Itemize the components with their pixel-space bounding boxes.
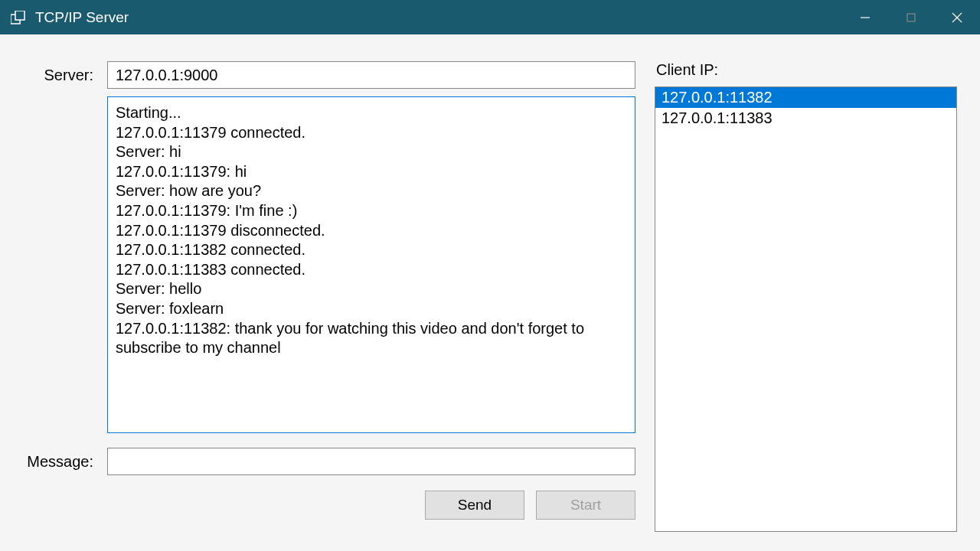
button-row: Send Start — [107, 491, 635, 520]
maximize-icon — [906, 12, 916, 23]
message-input[interactable] — [107, 448, 635, 475]
content-area: Server: Message: Send Start Client IP: 1… — [0, 34, 980, 551]
titlebar: TCP/IP Server — [0, 0, 980, 34]
right-panel: Client IP: 127.0.0.1:11382127.0.0.1:1138… — [655, 61, 957, 532]
send-button[interactable]: Send — [425, 491, 524, 520]
client-ip-list[interactable]: 127.0.0.1:11382127.0.0.1:11383 — [655, 86, 957, 532]
client-list-item[interactable]: 127.0.0.1:11382 — [655, 87, 956, 108]
server-row: Server: — [23, 61, 635, 89]
server-label: Server: — [23, 67, 107, 84]
window-title: TCP/IP Server — [35, 9, 842, 26]
minimize-button[interactable] — [842, 0, 888, 34]
left-panel: Server: Message: Send Start — [23, 61, 635, 532]
close-icon — [951, 11, 963, 24]
maximize-button[interactable] — [888, 0, 934, 34]
app-window: TCP/IP Server Server: — [0, 0, 980, 551]
server-address-input[interactable] — [107, 61, 635, 89]
log-textarea[interactable] — [107, 96, 635, 433]
svg-rect-3 — [907, 14, 915, 21]
client-ip-label: Client IP: — [655, 61, 957, 79]
svg-rect-1 — [15, 11, 24, 20]
start-button[interactable]: Start — [536, 491, 635, 520]
log-container — [107, 96, 635, 436]
window-controls — [842, 0, 980, 34]
close-button[interactable] — [934, 0, 980, 34]
client-list-item[interactable]: 127.0.0.1:11383 — [655, 108, 956, 129]
app-icon — [9, 8, 28, 27]
minimize-icon — [860, 12, 871, 23]
message-row: Message: — [23, 448, 635, 475]
message-label: Message: — [23, 453, 107, 471]
